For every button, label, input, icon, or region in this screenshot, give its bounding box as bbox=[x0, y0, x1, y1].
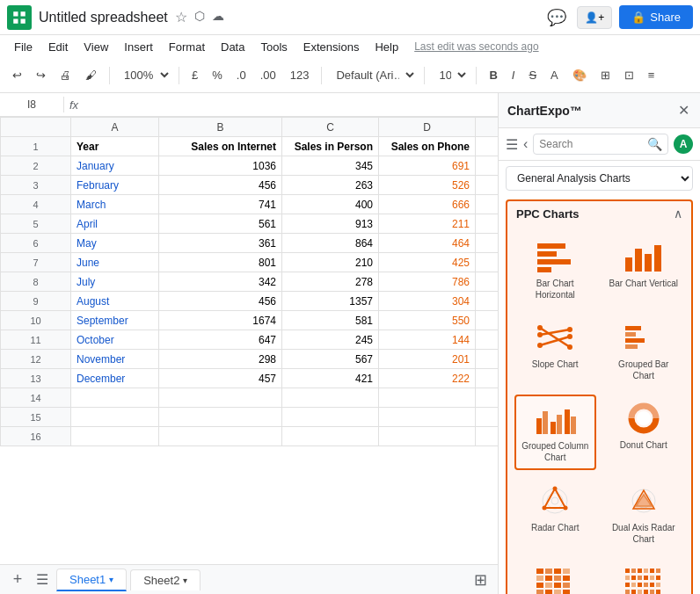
add-sheet-button[interactable]: + bbox=[7, 569, 28, 590]
cell-c16[interactable] bbox=[282, 427, 379, 446]
menu-format[interactable]: Format bbox=[162, 38, 212, 56]
cell-d3[interactable]: 526 bbox=[379, 176, 476, 195]
bold-button[interactable]: B bbox=[484, 65, 502, 85]
currency-button[interactable]: £ bbox=[186, 65, 203, 85]
sheet-tab-sheet2[interactable]: Sheet2 ▾ bbox=[130, 569, 201, 590]
cell-d14[interactable] bbox=[379, 388, 476, 408]
menu-file[interactable]: File bbox=[7, 38, 40, 56]
chart-item-radar[interactable]: Radar Chart bbox=[514, 477, 596, 551]
menu-insert[interactable]: Insert bbox=[117, 38, 160, 56]
cell-c2[interactable]: 345 bbox=[282, 156, 379, 176]
col-header-e[interactable]: E bbox=[476, 118, 499, 137]
chart-item-donut[interactable]: Donut Chart bbox=[603, 395, 685, 470]
cell-a8[interactable]: July bbox=[71, 272, 159, 292]
cell-e6[interactable] bbox=[476, 234, 499, 253]
cell-e1[interactable] bbox=[476, 137, 499, 156]
chart-item-dual-axis-radar[interactable]: Dual Axis Radar Chart bbox=[603, 477, 685, 551]
cell-c10[interactable]: 581 bbox=[282, 311, 379, 330]
panel-search-input[interactable] bbox=[539, 138, 644, 150]
cell-b5[interactable]: 561 bbox=[159, 214, 282, 234]
cell-a2[interactable]: January bbox=[71, 156, 159, 176]
cell-b9[interactable]: 456 bbox=[159, 292, 282, 311]
panel-scroll-area[interactable]: PPC Charts ∧ bbox=[499, 196, 700, 594]
cell-a5[interactable]: April bbox=[71, 214, 159, 234]
cell-e8[interactable] bbox=[476, 272, 499, 292]
cell-reference-input[interactable] bbox=[5, 98, 58, 111]
cell-c13[interactable]: 421 bbox=[282, 369, 379, 388]
category-dropdown[interactable]: General Analysis Charts bbox=[506, 166, 693, 191]
cell-e16[interactable] bbox=[476, 427, 499, 446]
strikethrough-button[interactable]: S bbox=[523, 65, 542, 85]
cell-b3[interactable]: 456 bbox=[159, 176, 282, 195]
cell-d11[interactable]: 144 bbox=[379, 330, 476, 350]
merge-button[interactable]: ⊡ bbox=[619, 65, 639, 85]
cell-a3[interactable]: February bbox=[71, 176, 159, 195]
borders-button[interactable]: ⊞ bbox=[595, 65, 616, 85]
cell-b13[interactable]: 457 bbox=[159, 369, 282, 388]
col-header-a[interactable]: A bbox=[71, 118, 159, 137]
col-header-b[interactable]: B bbox=[159, 118, 282, 137]
cell-d2[interactable]: 691 bbox=[379, 156, 476, 176]
chart-item-grouped-column[interactable]: Grouped Column Chart bbox=[514, 395, 596, 470]
cell-c15[interactable] bbox=[282, 408, 379, 427]
scroll-sheets-right-button[interactable]: ⊞ bbox=[470, 567, 491, 593]
cell-a10[interactable]: September bbox=[71, 311, 159, 330]
decimal-dec-button[interactable]: .0 bbox=[231, 65, 252, 85]
redo-button[interactable]: ↪ bbox=[31, 65, 51, 85]
cell-b15[interactable] bbox=[159, 408, 282, 427]
cell-a6[interactable]: May bbox=[71, 234, 159, 253]
cell-b1[interactable]: Sales on Internet bbox=[159, 137, 282, 156]
format-button[interactable]: 123 bbox=[285, 65, 315, 85]
cell-c1[interactable]: Sales in Person bbox=[282, 137, 379, 156]
grid-container[interactable]: A B C D E F 1YearSales on InternetSales … bbox=[0, 117, 498, 564]
cell-e14[interactable] bbox=[476, 388, 499, 408]
col-header-d[interactable]: D bbox=[379, 118, 476, 137]
cell-d7[interactable]: 425 bbox=[379, 253, 476, 272]
cell-c3[interactable]: 263 bbox=[282, 176, 379, 195]
cell-c7[interactable]: 210 bbox=[282, 253, 379, 272]
menu-data[interactable]: Data bbox=[214, 38, 252, 56]
cell-d4[interactable]: 666 bbox=[379, 195, 476, 214]
ppc-section-header[interactable]: PPC Charts ∧ bbox=[507, 201, 691, 226]
share-button[interactable]: 🔒 Share bbox=[619, 5, 693, 29]
cell-d1[interactable]: Sales on Phone bbox=[379, 137, 476, 156]
cell-d15[interactable] bbox=[379, 408, 476, 427]
collaborators-button[interactable]: 👤+ bbox=[577, 6, 612, 29]
cell-b2[interactable]: 1036 bbox=[159, 156, 282, 176]
text-color-button[interactable]: A bbox=[545, 65, 564, 85]
cell-a12[interactable]: November bbox=[71, 350, 159, 369]
cell-b11[interactable]: 647 bbox=[159, 330, 282, 350]
sheet1-chevron[interactable]: ▾ bbox=[109, 575, 113, 584]
chart-item-matrix[interactable]: Matrix Chart bbox=[514, 558, 596, 594]
cell-e4[interactable] bbox=[476, 195, 499, 214]
sheet-menu-button[interactable]: ☰ bbox=[32, 569, 53, 590]
align-button[interactable]: ≡ bbox=[643, 65, 660, 85]
fill-color-button[interactable]: 🎨 bbox=[567, 65, 592, 85]
cell-b16[interactable] bbox=[159, 427, 282, 446]
cell-c8[interactable]: 278 bbox=[282, 272, 379, 292]
cell-b7[interactable]: 801 bbox=[159, 253, 282, 272]
cell-a14[interactable] bbox=[71, 388, 159, 408]
document-title[interactable]: Untitled spreadsheet bbox=[39, 10, 168, 25]
chart-item-slope[interactable]: Slope Chart bbox=[514, 314, 596, 388]
cell-e3[interactable] bbox=[476, 176, 499, 195]
cell-b14[interactable] bbox=[159, 388, 282, 408]
decimal-inc-button[interactable]: .00 bbox=[255, 65, 281, 85]
paint-format-button[interactable]: 🖌 bbox=[80, 65, 102, 85]
cell-e2[interactable] bbox=[476, 156, 499, 176]
cell-b8[interactable]: 342 bbox=[159, 272, 282, 292]
cell-a1[interactable]: Year bbox=[71, 137, 159, 156]
cell-e7[interactable] bbox=[476, 253, 499, 272]
panel-close-button[interactable]: ✕ bbox=[676, 100, 691, 120]
cell-a13[interactable]: December bbox=[71, 369, 159, 388]
cell-b6[interactable]: 361 bbox=[159, 234, 282, 253]
cell-a4[interactable]: March bbox=[71, 195, 159, 214]
cell-c12[interactable]: 567 bbox=[282, 350, 379, 369]
cell-e12[interactable] bbox=[476, 350, 499, 369]
cell-d5[interactable]: 211 bbox=[379, 214, 476, 234]
undo-button[interactable]: ↩ bbox=[7, 65, 27, 85]
cell-d10[interactable]: 550 bbox=[379, 311, 476, 330]
cell-c11[interactable]: 245 bbox=[282, 330, 379, 350]
cell-c5[interactable]: 913 bbox=[282, 214, 379, 234]
cell-a7[interactable]: June bbox=[71, 253, 159, 272]
